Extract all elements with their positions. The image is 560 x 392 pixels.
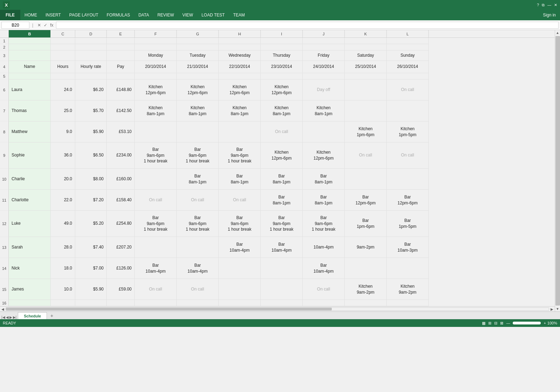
cell-rate-laura[interactable]: $6.20 [75,79,107,100]
cell-l3[interactable]: Sunday [387,50,429,61]
cell-pay-sophie[interactable]: £234.00 [107,142,135,169]
cell-sat-sophie[interactable]: On call [345,142,387,169]
cell-mon-james[interactable]: On call [135,279,177,300]
cell-k1[interactable] [345,38,387,44]
cell-pay-charlie[interactable]: £160.00 [107,169,135,190]
cell-j1[interactable] [303,38,345,44]
cell-name-laura[interactable]: Laura [9,79,51,100]
col-header-j[interactable]: J [303,30,345,37]
cell-hours-laura[interactable]: 24.0 [51,79,75,100]
normal-view-icon[interactable]: ⊞ [488,321,491,326]
cell-mon-laura[interactable]: Kitchen 12pm-6pm [135,79,177,100]
cell-e5[interactable] [107,73,135,79]
cell-hours-james[interactable]: 10.0 [51,279,75,300]
cell-thu-matthew[interactable]: On call [261,121,303,142]
scroll-right-icon[interactable]: ▶ [551,307,553,311]
cell-fri-laura[interactable]: Day off [303,79,345,100]
zoom-out-button[interactable]: — [506,321,510,325]
cell-hours-matthew[interactable]: 9.0 [51,121,75,142]
cell-pay-laura[interactable]: £148.80 [107,79,135,100]
cell-sun-luke[interactable]: Bar 1pm-5pm [387,211,429,237]
cell-rate-sarah[interactable]: $7.40 [75,237,107,258]
cell-e1[interactable] [107,38,135,44]
cell-name-matthew[interactable]: Matthew [9,121,51,142]
cell-pay-sarah[interactable]: £207.20 [107,237,135,258]
col-header-b[interactable]: B [9,30,51,37]
file-menu[interactable]: FILE [0,10,20,20]
cell-b16[interactable] [9,300,51,306]
cell-sun-charlie[interactable] [387,169,429,190]
cell-l16[interactable] [387,300,429,306]
cell-l5[interactable] [387,73,429,79]
confirm-formula-icon[interactable]: ✓ [44,23,47,28]
cell-tue-matthew[interactable] [177,121,219,142]
cell-j4-date[interactable]: 24/10/2014 [303,61,345,73]
cell-e3[interactable] [107,50,135,61]
cell-name-james[interactable]: James [9,279,51,300]
cell-g16[interactable] [177,300,219,306]
cell-b3[interactable] [9,50,51,61]
cell-h2[interactable] [219,44,261,50]
scroll-up-icon[interactable]: ▲ [556,30,559,35]
cell-d4-rate[interactable]: Hourly rate [75,61,107,73]
cell-fri-charlotte[interactable]: Bar 8am-1pm [303,190,345,211]
cell-fri-sophie[interactable]: Kitchen 12pm-6pm [303,142,345,169]
cell-d16[interactable] [75,300,107,306]
cell-tue-luke[interactable]: Bar 9am-6pm 1 hour break [177,211,219,237]
cell-pay-charlotte[interactable]: £158.40 [107,190,135,211]
cell-rate-james[interactable]: $5.90 [75,279,107,300]
cell-mon-nick[interactable]: Bar 10am-4pm [135,258,177,279]
cell-thu-laura[interactable]: Kitchen 12pm-6pm [261,79,303,100]
page-break-icon[interactable]: ⊠ [500,321,503,326]
cell-pay-luke[interactable]: £254.80 [107,211,135,237]
name-box[interactable] [1,22,29,29]
cell-j2[interactable] [303,44,345,50]
cell-fri-luke[interactable]: Bar 9am-6pm 1 hour break [303,211,345,237]
cell-tue-charlotte[interactable]: On call [177,190,219,211]
sign-in-button[interactable]: Sign in [539,10,560,20]
cell-i5[interactable] [261,73,303,79]
cell-name-sophie[interactable]: Sophie [9,142,51,169]
cell-sun-thomas[interactable] [387,100,429,121]
scroll-left-icon[interactable]: ◀ [1,307,4,311]
cell-i4-date[interactable]: 23/10/2014 [261,61,303,73]
cell-e16[interactable] [107,300,135,306]
cell-j5[interactable] [303,73,345,79]
cell-tue-laura[interactable]: Kitchen 12pm-6pm [177,79,219,100]
cell-wed-laura[interactable]: Kitchen 12pm-6pm [219,79,261,100]
cell-k16[interactable] [345,300,387,306]
cell-sun-charlotte[interactable]: Bar 12pm-6pm [387,190,429,211]
cell-name-charlotte[interactable]: Charlotte [9,190,51,211]
page-view-icon[interactable]: ⊟ [494,321,497,326]
cell-d1[interactable] [75,38,107,44]
cell-e2[interactable] [107,44,135,50]
cell-c16[interactable] [51,300,75,306]
cell-sat-laura[interactable] [345,79,387,100]
cell-f4-date[interactable]: 20/10/2014 [135,61,177,73]
menu-formulas[interactable]: FORMULAS [103,10,134,20]
cell-name-sarah[interactable]: Sarah [9,237,51,258]
cell-hours-charlie[interactable]: 20.0 [51,169,75,190]
col-header-c[interactable]: C [51,30,75,37]
minimize-button[interactable]: — [547,3,551,7]
cell-i3[interactable]: Thursday [261,50,303,61]
cell-g5[interactable] [177,73,219,79]
col-header-f[interactable]: F [135,30,177,37]
cell-k3[interactable]: Saturday [345,50,387,61]
restore-button[interactable]: ⧉ [542,3,545,7]
cell-thu-charlotte[interactable]: Bar 8am-1pm [261,190,303,211]
cell-rate-charlotte[interactable]: $7.20 [75,190,107,211]
cell-b2[interactable] [9,44,51,50]
cell-fri-charlie[interactable]: Bar 8am-1pm [303,169,345,190]
menu-home[interactable]: HOME [20,10,41,20]
cell-thu-sophie[interactable]: Kitchen 12pm-6pm [261,142,303,169]
col-header-i[interactable]: I [261,30,303,37]
cell-fri-sarah[interactable]: 10am-4pm [303,237,345,258]
cell-pay-nick[interactable]: £126.00 [107,258,135,279]
cell-hours-luke[interactable]: 49.0 [51,211,75,237]
cell-mon-charlotte[interactable]: On call [135,190,177,211]
cell-thu-nick[interactable] [261,258,303,279]
cell-k4-date[interactable]: 25/10/2014 [345,61,387,73]
cell-sat-nick[interactable] [345,258,387,279]
scroll-thumb[interactable] [555,36,560,306]
